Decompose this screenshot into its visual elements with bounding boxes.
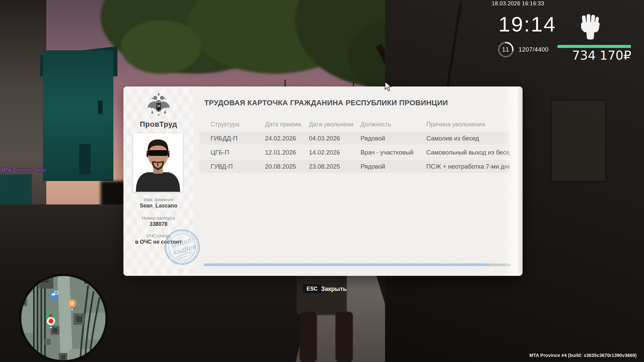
card-fold-shading — [502, 86, 523, 276]
horizontal-scrollbar[interactable] — [204, 263, 511, 266]
background-building-teal — [43, 50, 113, 181]
player-character-leg — [300, 312, 317, 362]
player-character-shorts — [297, 273, 347, 315]
cell-hire-date: 12.01.2026 — [265, 146, 308, 159]
col-header-position: Должность — [361, 119, 425, 130]
org-name: ПровТруд — [123, 120, 194, 129]
field-name-value: Sean_Lascano — [123, 203, 194, 209]
fist-icon — [580, 14, 601, 40]
col-header-fire-date: Дата увольнени — [309, 119, 359, 130]
cell-structure: ГУВД-П — [211, 160, 264, 173]
cell-fire-date: 23.08.2025 — [309, 160, 359, 173]
cell-position: Рядовой — [361, 132, 425, 145]
field-passport-label: Номер паспорта — [123, 216, 194, 221]
cell-position: Рядовой — [361, 160, 425, 173]
hud-datetime: 18.03.2026 16:16:33 — [492, 1, 544, 7]
table-row[interactable]: ЦГБ-П 12.01.2026 14.02.2026 Врач - участ… — [200, 146, 510, 159]
hr-department-stamp: Общество с ограниченной ответственностью… — [159, 224, 205, 270]
player-marker — [47, 313, 55, 328]
col-header-fire-reason: Причина увольнения — [426, 119, 510, 130]
hud-level-number: 11 — [497, 41, 515, 58]
labor-card-dialog: ПровТруд Имя, фамилия Sean — [123, 86, 523, 276]
col-header-structure: Структура — [211, 119, 264, 130]
background-window — [550, 99, 607, 183]
cell-position: Врач - участковый — [361, 146, 425, 159]
card-title: ТРУДОВАЯ КАРТОЧКА ГРАЖДАНИНА РЕСПУБЛИКИ … — [204, 99, 506, 107]
hud-money: 734 170₽ — [531, 48, 631, 63]
table-row[interactable]: ГИБДД-П 24.02.2026 04.03.2026 Рядовой Са… — [200, 132, 510, 145]
hud-clock: 19:14 — [498, 12, 556, 36]
cell-hire-date: 24.02.2026 — [265, 132, 308, 145]
col-header-hire-date: Дата приема — [265, 119, 308, 130]
card-left-panel: ПровТруд Имя, фамилия Sean — [123, 86, 194, 276]
background-tree — [121, 20, 201, 74]
close-button-label[interactable]: Закрыть — [321, 286, 347, 293]
cell-fire-reason: ПСЖ + неотработка 7-ми дне — [426, 160, 510, 173]
table-row[interactable]: ГУВД-П 20.08.2025 23.08.2025 Рядовой ПСЖ… — [200, 160, 510, 173]
field-passport-value: 338078 — [123, 221, 194, 227]
mouse-cursor — [385, 81, 392, 92]
background-window — [98, 101, 103, 114]
hud-money-bar — [557, 45, 631, 48]
build-info-text: MTA Province #4 (build: s3635c3670r1390v… — [529, 353, 637, 358]
field-name-label: Имя, фамилия — [123, 197, 194, 202]
game-screen: 18.03.2026 16:16:33 19:14 11 1207/4400 7… — [0, 0, 644, 362]
cell-fire-reason: Самолив из бесед — [426, 132, 510, 145]
cell-hire-date: 20.08.2025 — [265, 160, 308, 173]
esc-keycap[interactable]: ESC — [303, 285, 321, 293]
watermark-text: MTA: Province Demo — [1, 167, 46, 173]
eagle-emblem-icon — [146, 93, 171, 121]
background-door — [79, 144, 91, 174]
cell-structure: ЦГБ-П — [211, 146, 264, 159]
cell-fire-reason: Самовольный выход из бесед — [426, 146, 510, 159]
minimap — [18, 273, 108, 362]
cell-fire-date: 14.02.2026 — [309, 146, 359, 159]
scrollbar-thumb[interactable] — [204, 263, 489, 266]
cell-structure: ГИБДД-П — [211, 132, 264, 145]
table-header-row: Структура Дата приема Дата увольнени Дол… — [200, 119, 510, 130]
field-passport: Номер паспорта 338078 — [123, 216, 194, 227]
field-name: Имя, фамилия Sean_Lascano — [123, 197, 194, 209]
player-character-leg — [335, 312, 353, 362]
citizen-photo — [133, 133, 183, 192]
cell-fire-date: 04.03.2026 — [309, 132, 359, 145]
